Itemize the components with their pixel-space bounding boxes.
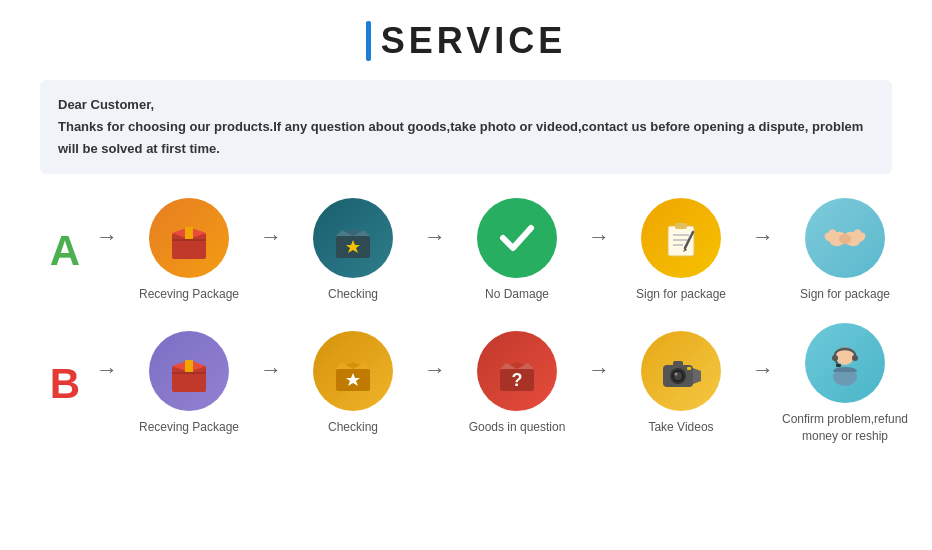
step-b3-icon: ? (477, 331, 557, 411)
flow-row-b: B → Receving Package → (40, 323, 892, 445)
step-a1: Receving Package (124, 198, 254, 303)
step-b5-label: Confirm problem,refund money or reship (780, 411, 910, 445)
page-title: SERVICE (381, 20, 566, 62)
step-b3-label: Goods in question (469, 419, 566, 436)
svg-point-49 (852, 355, 858, 361)
svg-rect-26 (185, 360, 193, 372)
step-b4-label: Take Videos (648, 419, 713, 436)
step-a3: No Damage (452, 198, 582, 303)
step-b4-icon (641, 331, 721, 411)
svg-text:?: ? (512, 370, 523, 390)
step-a5-icon (805, 198, 885, 278)
arrow-b4: → (752, 357, 774, 383)
title-accent-bar (366, 21, 371, 61)
page-wrapper: SERVICE Dear Customer, Thanks for choosi… (0, 0, 932, 475)
notice-box: Dear Customer, Thanks for choosing our p… (40, 80, 892, 174)
step-a2-label: Checking (328, 286, 378, 303)
step-b1-icon (149, 331, 229, 411)
step-b3: ? Goods in question (452, 331, 582, 436)
arrow-a2: → (424, 224, 446, 250)
step-a1-icon (149, 198, 229, 278)
step-b5-icon (805, 323, 885, 403)
step-a2-icon (313, 198, 393, 278)
arrow-b0: → (96, 357, 118, 383)
step-b2-label: Checking (328, 419, 378, 436)
svg-rect-44 (687, 367, 691, 370)
step-a4: Sign for package (616, 198, 746, 303)
arrow-b2: → (424, 357, 446, 383)
step-b1: Receving Package (124, 331, 254, 436)
notice-line2: Thanks for choosing our products.If any … (58, 116, 874, 160)
step-a2: Checking (288, 198, 418, 303)
svg-rect-2 (185, 227, 193, 239)
arrow-a0: → (96, 224, 118, 250)
step-a3-label: No Damage (485, 286, 549, 303)
step-a5: Sign for package (780, 198, 910, 303)
svg-point-23 (839, 234, 851, 244)
row-b-label: B (40, 360, 90, 408)
step-b5: Confirm problem,refund money or reship (780, 323, 910, 445)
row-a-label: A (40, 227, 90, 275)
notice-line1: Dear Customer, (58, 94, 874, 116)
svg-rect-3 (172, 239, 206, 241)
step-a4-icon (641, 198, 721, 278)
arrow-a4: → (752, 224, 774, 250)
step-a3-icon (477, 198, 557, 278)
step-b1-label: Receving Package (139, 419, 239, 436)
step-b2: Checking (288, 331, 418, 436)
arrow-a1: → (260, 224, 282, 250)
arrow-b3: → (588, 357, 610, 383)
svg-point-43 (675, 373, 678, 376)
step-a4-label: Sign for package (636, 286, 726, 303)
flow-row-a: A → Receving Package → (40, 198, 892, 303)
svg-rect-51 (836, 364, 841, 367)
svg-rect-27 (172, 372, 206, 374)
svg-marker-45 (693, 368, 701, 384)
svg-rect-39 (673, 361, 683, 367)
step-b2-icon (313, 331, 393, 411)
step-a1-label: Receving Package (139, 286, 239, 303)
arrow-b1: → (260, 357, 282, 383)
svg-rect-11 (675, 223, 687, 229)
step-b4: Take Videos (616, 331, 746, 436)
step-a5-label: Sign for package (800, 286, 890, 303)
title-row: SERVICE (40, 20, 892, 62)
arrow-a3: → (588, 224, 610, 250)
svg-rect-9 (668, 226, 694, 256)
